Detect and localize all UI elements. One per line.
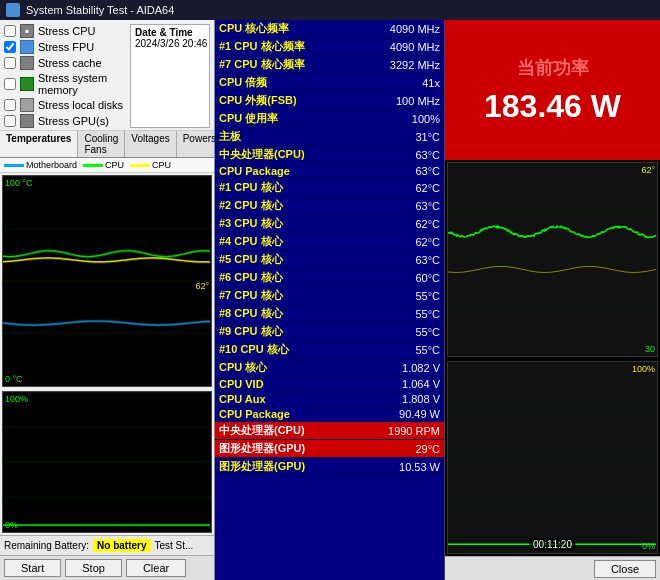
- right-chart2-tr: 100%: [632, 364, 655, 374]
- right-panel: 当前功率 183.46 W 62° 30 100% 0% 00:11:20 Cl…: [445, 20, 660, 580]
- table-cell-label: CPU Aux: [215, 392, 352, 407]
- table-cell-label: #7 CPU 核心频率: [215, 56, 352, 74]
- power-value: 183.46 W: [484, 88, 621, 125]
- datetime-label: Date & Time: [135, 27, 205, 38]
- close-button[interactable]: Close: [594, 560, 656, 578]
- table-row: #4 CPU 核心62°C: [215, 233, 444, 251]
- main-content: ■ Stress CPU Stress FPU Stress cache Str: [0, 20, 660, 580]
- left-panel: ■ Stress CPU Stress FPU Stress cache Str: [0, 20, 215, 580]
- usage-chart-top-label: 100%: [5, 394, 28, 404]
- fpu-icon: [20, 40, 34, 54]
- datetime-value: 2024/3/26 20:46: [135, 38, 205, 49]
- data-table: CPU 核心频率4090 MHz#1 CPU 核心频率4090 MHz#7 CP…: [215, 20, 444, 476]
- legend-motherboard-label: Motherboard: [26, 160, 77, 170]
- tab-voltages[interactable]: Voltages: [125, 131, 176, 157]
- timer-display: 00:11:20: [529, 538, 576, 551]
- legend-motherboard-color: [4, 164, 24, 167]
- table-row: #6 CPU 核心60°C: [215, 269, 444, 287]
- legend-cpu1-color: [83, 164, 103, 167]
- stress-fpu-label: Stress FPU: [38, 41, 94, 53]
- stress-cache-row: Stress cache: [4, 56, 126, 70]
- table-row: #1 CPU 核心频率4090 MHz: [215, 38, 444, 56]
- stress-memory-checkbox[interactable]: [4, 78, 16, 90]
- table-cell-value: 90.49 W: [352, 407, 444, 422]
- stress-memory-label: Stress system memory: [38, 72, 126, 96]
- stress-gpu-row: Stress GPU(s): [4, 114, 126, 128]
- stress-gpu-checkbox[interactable]: [4, 115, 16, 127]
- right-temp-chart-canvas: [448, 163, 657, 356]
- no-battery-badge: No battery: [93, 539, 150, 552]
- charts-area: 100 °C 0 °C 62° 100% 0%: [0, 173, 214, 535]
- hdd-icon: [20, 98, 34, 112]
- table-cell-label: #6 CPU 核心: [215, 269, 352, 287]
- table-cell-value: 63°C: [352, 197, 444, 215]
- temp-chart-right-label: 62°: [195, 281, 209, 384]
- table-row: CPU Package90.49 W: [215, 407, 444, 422]
- stress-disks-label: Stress local disks: [38, 99, 123, 111]
- table-cell-value: 1990 RPM: [352, 422, 444, 440]
- right-usage-chart-canvas: [448, 362, 657, 553]
- clear-button[interactable]: Clear: [126, 559, 186, 577]
- table-cell-label: #1 CPU 核心: [215, 179, 352, 197]
- right-buttons: Close: [445, 556, 660, 580]
- cache-icon: [20, 56, 34, 70]
- table-cell-value: 1.082 V: [352, 359, 444, 377]
- table-cell-value: 41x: [352, 74, 444, 92]
- stress-cpu-checkbox[interactable]: [4, 25, 16, 37]
- table-cell-label: #1 CPU 核心频率: [215, 38, 352, 56]
- table-cell-label: 中央处理器(CPU): [215, 146, 352, 164]
- table-row: #7 CPU 核心55°C: [215, 287, 444, 305]
- table-cell-value: 1.064 V: [352, 377, 444, 392]
- table-cell-value: 1.808 V: [352, 392, 444, 407]
- table-row: 图形处理器(GPU)10.53 W: [215, 458, 444, 476]
- tab-temperatures[interactable]: Temperatures: [0, 131, 78, 157]
- table-row: CPU 核心1.082 V: [215, 359, 444, 377]
- chart-legend: Motherboard CPU CPU: [0, 158, 214, 173]
- table-cell-value: 63°C: [352, 146, 444, 164]
- power-label: 当前功率: [517, 56, 589, 80]
- mem-icon: [20, 77, 34, 91]
- table-cell-value: 100 MHz: [352, 92, 444, 110]
- legend-cpu-1: CPU: [83, 160, 124, 170]
- stress-cpu-label: Stress CPU: [38, 25, 95, 37]
- table-cell-label: CPU 倍频: [215, 74, 352, 92]
- table-cell-value: 55°C: [352, 341, 444, 359]
- table-cell-value: 55°C: [352, 287, 444, 305]
- usage-chart: 100% 0%: [2, 391, 212, 533]
- action-buttons: Start Stop Clear: [0, 555, 214, 580]
- stress-disks-checkbox[interactable]: [4, 99, 16, 111]
- table-row: #10 CPU 核心55°C: [215, 341, 444, 359]
- temperature-chart: 100 °C 0 °C 62°: [2, 175, 212, 387]
- table-row: 中央处理器(CPU)63°C: [215, 146, 444, 164]
- cpu-icon: ■: [20, 24, 34, 38]
- stress-fpu-checkbox[interactable]: [4, 41, 16, 53]
- stop-button[interactable]: Stop: [65, 559, 122, 577]
- table-row: 图形处理器(GPU)29°C: [215, 440, 444, 458]
- legend-cpu2-label: CPU: [152, 160, 171, 170]
- data-panel[interactable]: CPU 核心频率4090 MHz#1 CPU 核心频率4090 MHz#7 CP…: [215, 20, 445, 580]
- table-cell-label: 图形处理器(GPU): [215, 458, 352, 476]
- power-section: 当前功率 183.46 W: [445, 20, 660, 160]
- right-temp-chart: 62° 30: [447, 162, 658, 357]
- table-cell-label: #4 CPU 核心: [215, 233, 352, 251]
- tab-cooling-fans[interactable]: Cooling Fans: [78, 131, 125, 157]
- stress-cpu-row: ■ Stress CPU: [4, 24, 126, 38]
- table-cell-value: 3292 MHz: [352, 56, 444, 74]
- table-cell-value: 62°C: [352, 215, 444, 233]
- table-row: CPU 核心频率4090 MHz: [215, 20, 444, 38]
- table-row: 中央处理器(CPU)1990 RPM: [215, 422, 444, 440]
- right-usage-chart: 100% 0% 00:11:20: [447, 361, 658, 554]
- stress-cache-checkbox[interactable]: [4, 57, 16, 69]
- table-cell-label: CPU 使用率: [215, 110, 352, 128]
- table-cell-label: CPU VID: [215, 377, 352, 392]
- start-button[interactable]: Start: [4, 559, 61, 577]
- table-cell-value: 55°C: [352, 305, 444, 323]
- test-status-label: Test St...: [155, 540, 194, 551]
- table-row: #9 CPU 核心55°C: [215, 323, 444, 341]
- temp-chart-bottom-label: 0 °C: [5, 374, 23, 384]
- table-cell-value: 31°C: [352, 128, 444, 146]
- legend-cpu2-color: [130, 164, 150, 167]
- table-cell-label: CPU 核心频率: [215, 20, 352, 38]
- table-cell-label: 主板: [215, 128, 352, 146]
- legend-cpu-2: CPU: [130, 160, 171, 170]
